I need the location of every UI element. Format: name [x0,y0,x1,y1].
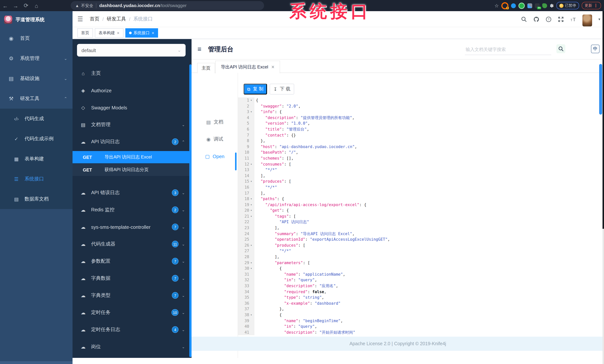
extension-icon-green-circle[interactable] [518,2,525,9]
token-key: "name" [284,318,298,323]
copy-button[interactable]: ⧉ 复 制 [244,84,267,94]
fullscreen-icon[interactable] [558,16,564,22]
fold-arrow-icon[interactable]: ▾ [249,266,253,271]
fold-arrow-icon[interactable]: ▾ [249,312,253,318]
doc-side-tab-文档[interactable]: ▤文档 [191,116,238,128]
font-size-icon[interactable]: TT [570,16,576,22]
fold-arrow-icon[interactable]: ▾ [249,196,253,202]
line-number-value: 3 [247,109,249,115]
api-group-select[interactable]: default ⌄ [77,44,186,57]
extension-icon-leaf[interactable] [542,3,547,8]
user-avatar[interactable] [582,14,592,26]
doc-side-tab-Open[interactable]: ▢Open [191,151,238,162]
extension-icon-blue-drop[interactable] [511,3,516,8]
breadcrumb-item[interactable]: 系统接口 [133,16,153,22]
doc-collapse-icon[interactable]: ≡ [198,45,201,53]
token-str: "导出API 访问日志 Excel" [301,231,352,236]
swagger-menu-item[interactable]: ◈Authorize [73,82,189,99]
swagger-menu-item[interactable]: ☁定时任务日志4⌄ [73,321,189,338]
bookmark-star-icon[interactable]: ☆ [494,3,499,8]
fold-arrow-icon[interactable]: ▾ [249,242,253,248]
token-pun [256,202,265,207]
fold-arrow-icon[interactable]: ▾ [249,109,253,115]
sidebar-item-系统管理[interactable]: ⚙系统管理⌄ [0,48,73,68]
sidebar-item-代码生成示例[interactable]: ✓代码生成示例 [0,129,73,149]
swagger-menu-item[interactable]: ☁API 错误日志3⌄ [73,184,189,201]
paused-extension-pill[interactable]: 已暂停 [556,2,579,9]
fold-arrow-icon[interactable]: ▾ [249,260,253,266]
swagger-menu-item[interactable]: ☁参数配置7⌄ [73,252,189,270]
swagger-menu-item[interactable]: ◇Swagger Models [73,99,189,116]
swagger-sidebar-scrollbar[interactable] [189,64,191,357]
doc-tab-主页[interactable]: 主页 [197,63,215,73]
api-operation-name: 获得API 访问日志分页 [104,167,149,173]
help-icon[interactable]: ? [546,16,552,22]
browser-menu-icon[interactable]: ⋮ [594,3,598,8]
language-toggle-icon[interactable]: 中 [591,45,600,53]
extension-icon-flower[interactable]: ✽ [550,3,554,8]
browser-forward-icon[interactable]: → [10,2,21,9]
download-button[interactable]: ↧ 下 载 [270,84,294,94]
page-scrollbar-thumb[interactable] [599,64,602,114]
swagger-menu-item[interactable]: ☁定时任务10⌄ [73,304,189,321]
sidebar-item-表单构建[interactable]: ▦表单构建 [0,149,73,169]
sidebar-item-系统接口[interactable]: ☰系统接口 [0,169,73,189]
swagger-menu-item[interactable]: ☁sys-sms-template-controller7⌄ [73,218,189,236]
code-editor[interactable]: 1▾{2 "swagger": "2.0",3▾ "info": {4 "des… [238,98,604,336]
tag-表单构建[interactable]: 表单构建✕ [95,28,123,38]
tag-close-icon[interactable]: ✕ [117,31,120,35]
api-operation-item[interactable]: GET导出API 访问日志 Excel [73,151,189,163]
browser-update-button[interactable]: 更新 ⋮ [582,2,601,9]
swagger-menu-item[interactable]: ☁岗位⌄ [73,338,189,355]
doc-search-input[interactable] [465,44,551,55]
fold-arrow-icon[interactable]: ▾ [249,98,253,103]
github-icon[interactable] [533,16,539,22]
fold-arrow-icon[interactable]: ▾ [249,161,253,167]
swagger-menu-label: Authorize [91,88,186,93]
fold-arrow-icon[interactable]: ▾ [249,179,253,185]
swagger-menu-item[interactable]: ⌂主页 [73,65,189,82]
swagger-menu-item[interactable]: ☁字典类型7⌄ [73,287,189,304]
code-line: 14 ], [238,173,604,178]
app-logo-row[interactable]: 芋道管理系统 [0,11,73,28]
swagger-menu-item[interactable]: ☁Redis 监控2⌄ [73,201,189,218]
doc-side-tab-调试[interactable]: ◉调试 [191,134,238,145]
line-number-value: 4 [247,115,249,121]
sidebar-item-代码生成[interactable]: ‹/›代码生成 [0,109,73,129]
doc-search-icon[interactable] [556,44,565,53]
breadcrumb-item[interactable]: 首页 [90,16,100,22]
sidebar-item-基础设施[interactable]: ▤基础设施⌄ [0,68,73,88]
sidebar-scrollbar[interactable] [0,361,73,364]
browser-back-icon[interactable]: ← [0,2,10,9]
token-pun: , [343,272,345,276]
line-number-value: 21 [245,213,249,219]
browser-home-icon[interactable]: ⌂ [31,2,42,9]
tag-close-icon[interactable]: ✕ [151,31,154,35]
search-icon[interactable] [521,16,527,22]
swagger-menu-item[interactable]: ▤文档管理⌄ [73,116,189,133]
api-operation-item[interactable]: GET获得API 访问日志分页 [73,164,189,176]
doc-tab-导出API 访问日志 Excel[interactable]: 导出API 访问日志 Excel✕ [215,61,280,73]
tab-close-icon[interactable]: ✕ [271,65,275,70]
doc-side-active-indicator[interactable] [235,152,237,170]
extension-icon-grid[interactable] [527,3,532,8]
sidebar-collapse-icon[interactable]: ☰ [77,15,83,23]
user-menu-caret-icon[interactable]: ▾ [598,17,600,21]
swagger-menu-item[interactable]: ☁API 访问日志2⌃ [73,133,189,150]
fold-arrow-icon[interactable]: ▾ [249,208,253,213]
browser-reload-icon[interactable]: ⟳ [21,2,31,9]
extension-icon-flask[interactable]: 6h [535,3,540,8]
tag-系统接口[interactable]: 系统接口✕ [125,28,158,38]
fold-arrow-icon[interactable]: ▾ [249,202,253,208]
extension-icon-orange[interactable]: 1 [501,2,508,9]
swagger-menu-item[interactable]: ☁字典数据7⌄ [73,270,189,287]
address-bar[interactable]: ▲ 不安全 dashboard.yudao.iocoder.cn /tool/s… [71,1,264,10]
sidebar-item-数据库文档[interactable]: ▤数据库文档 [0,189,73,209]
code-line: 29▾ "parameters": [ [238,260,604,266]
sidebar-item-首页[interactable]: ◉首页 [0,28,73,48]
breadcrumb-item[interactable]: 研发工具 [107,16,126,22]
swagger-menu-item[interactable]: ☁代码生成器11⌄ [73,236,189,252]
sidebar-item-研发工具[interactable]: ⚒研发工具⌃ [0,88,73,109]
fold-arrow-icon[interactable]: ▾ [249,213,253,219]
tag-首页[interactable]: 首页 [77,28,93,38]
